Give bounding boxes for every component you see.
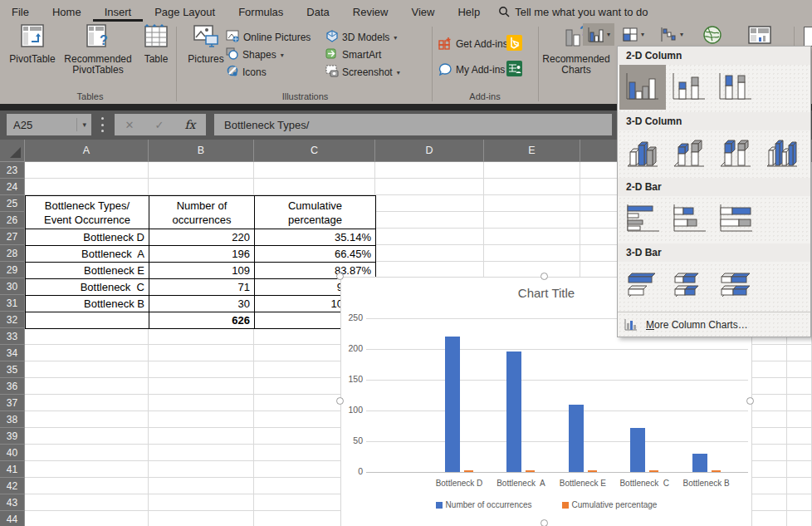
insert-waterfall-chart-button[interactable]: ▾ (656, 23, 687, 46)
chart-resize-handle-bottom-center[interactable] (541, 519, 548, 526)
bar-occurrences-2[interactable] (506, 351, 521, 472)
pictures-button[interactable]: Pictures (184, 23, 227, 65)
name-box-caret-icon[interactable]: ▾ (76, 118, 91, 131)
table-row-cumulative[interactable]: 35.14% (255, 229, 376, 246)
bar-cumulative-4[interactable] (649, 470, 658, 472)
bar-occurrences-4[interactable] (630, 428, 645, 472)
bar-cumulative-3[interactable] (588, 470, 597, 472)
more-column-charts-menu-item[interactable]: More Column Charts… (618, 312, 810, 337)
tab-formulas[interactable]: Formulas (227, 2, 295, 22)
tab-data[interactable]: Data (295, 2, 340, 22)
screenshot-button[interactable]: Screenshot▾ (325, 65, 400, 80)
chart-option-column-3d[interactable] (759, 130, 805, 175)
tab-home[interactable]: Home (41, 2, 93, 22)
maps-button[interactable] (697, 23, 727, 46)
insert-function-icon[interactable]: fx (184, 118, 195, 131)
table-row-occurrences[interactable]: 30 (149, 296, 255, 312)
insert-column-chart-button[interactable]: ▾ (583, 23, 614, 46)
table-row-label[interactable]: Bottleneck E (26, 263, 149, 279)
chart-resize-handle-top-center[interactable] (541, 273, 548, 280)
recommended-pivottables-button[interactable]: ? RecommendedPivotTables (60, 23, 136, 76)
chart-option-column-3d-clustered[interactable] (619, 130, 666, 175)
row-header-36[interactable]: 36 (0, 378, 25, 395)
smartart-button[interactable]: SmartArt (325, 47, 381, 62)
row-header-40[interactable]: 40 (0, 445, 25, 461)
row-header-26[interactable]: 26 (0, 212, 25, 229)
column-header-E[interactable]: E (484, 140, 580, 162)
formula-input[interactable]: Bottleneck Types/ (214, 114, 612, 135)
online-pictures-button[interactable]: Online Pictures (226, 30, 311, 45)
get-addins-button[interactable]: Get Add-ins (438, 37, 508, 52)
pivotchart-button[interactable] (741, 23, 778, 46)
table-row-cumulative[interactable]: 66.45% (255, 246, 376, 263)
table-row-label[interactable]: Bottleneck A (26, 246, 149, 263)
row-header-30[interactable]: 30 (0, 278, 25, 295)
my-addins-button[interactable]: My Add-ins▾ (438, 62, 512, 77)
column-header-A[interactable]: A (25, 140, 149, 162)
chart-option-bar-2d-clustered[interactable] (619, 196, 666, 241)
chart-legend[interactable]: Number of occurrencesCumulative percenta… (341, 500, 751, 509)
row-header-25[interactable]: 25 (0, 195, 25, 212)
table-header-cell[interactable]: Number ofoccurrences (149, 196, 255, 229)
chart-option-bar-3d-stacked[interactable] (666, 262, 712, 307)
tab-help[interactable]: Help (446, 2, 492, 22)
bar-cumulative-5[interactable] (712, 470, 721, 472)
row-header-23[interactable]: 23 (0, 162, 25, 179)
bar-occurrences-3[interactable] (569, 405, 584, 472)
chart-option-bar-3d-clustered[interactable] (619, 262, 666, 307)
row-header-28[interactable]: 28 (0, 245, 25, 262)
row-header-33[interactable]: 33 (0, 328, 25, 345)
bar-occurrences-5[interactable] (692, 454, 707, 472)
table-button[interactable]: Table (138, 23, 174, 65)
row-header-34[interactable]: 34 (0, 345, 25, 361)
row-header-44[interactable]: 44 (0, 511, 25, 526)
row-header-38[interactable]: 38 (0, 411, 25, 428)
table-row-occurrences[interactable]: 71 (149, 279, 255, 296)
insert-hierarchy-chart-button[interactable]: ▾ (618, 23, 649, 46)
tab-page-layout[interactable]: Page Layout (143, 2, 227, 22)
table-row-occurrences[interactable]: 196 (149, 246, 255, 263)
table-row-label[interactable]: Bottleneck B (26, 296, 149, 312)
column-header-D[interactable]: D (375, 140, 484, 162)
shapes-button[interactable]: Shapes▾ (226, 47, 284, 62)
bar-cumulative-2[interactable] (526, 470, 535, 472)
chart-option-column-3d-100-stacked[interactable] (712, 130, 759, 175)
tab-review[interactable]: Review (341, 2, 400, 22)
chart-option-column-3d-stacked[interactable] (666, 130, 712, 175)
table-row-label[interactable]: Bottleneck D (26, 229, 149, 246)
row-header-32[interactable]: 32 (0, 312, 25, 328)
chart-option-bar-3d-100-stacked[interactable] (712, 262, 759, 307)
tell-me-search[interactable]: Tell me what you want to do (498, 6, 648, 18)
table-empty-cell[interactable] (26, 312, 149, 329)
table-total-cell[interactable]: 626 (149, 312, 255, 329)
table-row-occurrences[interactable]: 109 (149, 263, 255, 279)
data-table[interactable]: Bottleneck Types/Event OccurrenceNumber … (25, 195, 376, 329)
row-header-43[interactable]: 43 (0, 494, 25, 511)
formula-bar-grip[interactable] (101, 117, 105, 132)
select-all-button[interactable] (0, 140, 25, 162)
chart-option-column-2d-clustered-selected[interactable] (619, 65, 666, 110)
3d-models-button[interactable]: 3D Models▾ (325, 30, 397, 45)
cancel-icon[interactable]: ✕ (125, 119, 135, 131)
bing-addin-icon[interactable] (506, 35, 522, 50)
tab-view[interactable]: View (399, 2, 446, 22)
table-header-cell[interactable]: Bottleneck Types/Event Occurrence (26, 196, 149, 229)
row-header-27[interactable]: 27 (0, 229, 25, 245)
row-header-39[interactable]: 39 (0, 428, 25, 445)
chart-resize-handle-middle-left[interactable] (336, 397, 344, 405)
row-header-41[interactable]: 41 (0, 461, 25, 478)
chart-option-column-2d-stacked[interactable] (666, 65, 712, 110)
row-header-31[interactable]: 31 (0, 295, 25, 312)
bar-cumulative-1[interactable] (464, 470, 473, 472)
table-header-cell[interactable]: Cumulativepercentage (255, 196, 376, 229)
row-header-29[interactable]: 29 (0, 262, 25, 278)
icons-button[interactable]: Icons (226, 65, 267, 80)
tab-insert[interactable]: Insert (93, 2, 144, 22)
excel-addin-icon[interactable] (506, 61, 522, 76)
tab-file[interactable]: File (0, 2, 41, 22)
table-row-label[interactable]: Bottleneck C (26, 279, 149, 296)
row-header-24[interactable]: 24 (0, 179, 25, 195)
column-header-B[interactable]: B (149, 140, 254, 162)
row-header-35[interactable]: 35 (0, 361, 25, 378)
chart-option-column-2d-100-stacked[interactable] (712, 65, 759, 110)
